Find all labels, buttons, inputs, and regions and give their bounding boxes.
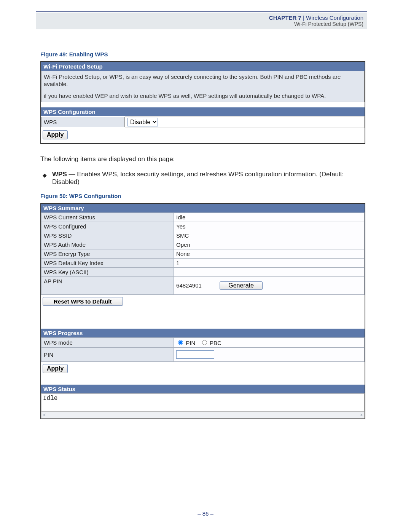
wps-label: WPS: [41, 117, 125, 127]
pin-label: PIN: [41, 348, 174, 362]
scroll-right-icon[interactable]: >: [360, 412, 363, 418]
summary-value: SMC: [174, 231, 365, 240]
figure50-caption: Figure 50: WPS Configuration: [40, 193, 365, 199]
summary-label: WPS Current Status: [41, 213, 174, 222]
wps-select[interactable]: Disable: [127, 118, 158, 126]
ap-pin-label: AP PIN: [41, 277, 174, 295]
apply-button-fig49[interactable]: Apply: [43, 130, 68, 139]
summary-value: Idle: [174, 213, 365, 222]
reset-wps-button[interactable]: Reset WPS to Default: [43, 297, 123, 306]
wps-setup-header: Wi-Fi Protected Setup: [41, 62, 365, 71]
summary-label: WPS Default Key Index: [41, 259, 174, 268]
wps-status-value: Idle: [41, 393, 365, 412]
summary-label: WPS Encryp Type: [41, 249, 174, 259]
scroll-bar[interactable]: < >: [41, 412, 365, 419]
bullet-term: WPS: [52, 171, 67, 178]
summary-value: [174, 268, 365, 277]
ap-pin-value: 64824901: [176, 282, 218, 289]
items-intro: The following items are displayed on thi…: [40, 155, 365, 163]
summary-value: Yes: [174, 222, 365, 231]
generate-button[interactable]: Generate: [220, 281, 263, 290]
wps-progress-header: WPS Progress: [41, 329, 365, 337]
chapter-subtitle: Wi-Fi Protected Setup (WPS): [40, 21, 363, 27]
table-row: WPS Key (ASCII): [41, 268, 365, 277]
mode-pin-label: PIN: [186, 340, 195, 346]
summary-label: WPS Auth Mode: [41, 240, 174, 249]
figure49-caption: Figure 49: Enabling WPS: [40, 51, 365, 58]
wps-mode-label: WPS mode: [41, 338, 174, 348]
header-divider: [36, 11, 367, 12]
summary-value: 1: [174, 259, 365, 268]
mode-pin-radio[interactable]: [178, 340, 183, 345]
header-sep: |: [303, 14, 306, 21]
table-row: WPS ConfiguredYes: [41, 222, 365, 231]
chapter-title: Wireless Configuration: [306, 14, 363, 21]
summary-value: Open: [174, 240, 365, 249]
page-number: – 86 –: [0, 510, 411, 517]
wps-summary-header: WPS Summary: [41, 204, 365, 212]
wps-status-header: WPS Status: [41, 385, 365, 393]
figure50: WPS Summary WPS Current StatusIdleWPS Co…: [40, 203, 365, 419]
table-row: WPS Default Key Index1: [41, 259, 365, 268]
figure49: Wi-Fi Protected Setup Wi-Fi Protected Se…: [40, 61, 365, 144]
summary-label: WPS Key (ASCII): [41, 268, 174, 277]
wps-summary-table: WPS Current StatusIdleWPS ConfiguredYesW…: [41, 212, 365, 295]
scroll-left-icon[interactable]: <: [43, 412, 46, 418]
summary-label: WPS Configured: [41, 222, 174, 231]
mode-pbc-label: PBC: [210, 340, 221, 346]
bullet-wps: ◆ WPS — Enables WPS, locks security sett…: [43, 171, 365, 186]
wps-description: Wi-Fi Protected Setup, or WPS, is an eas…: [41, 71, 365, 102]
page-header: CHAPTER 7 | Wireless Configuration Wi-Fi…: [36, 13, 367, 29]
mode-pbc-radio[interactable]: [202, 340, 207, 345]
table-row: WPS Encryp TypeNone: [41, 249, 365, 259]
summary-value: None: [174, 249, 365, 259]
bullet-diamond-icon: ◆: [43, 172, 47, 178]
table-row: WPS SSIDSMC: [41, 231, 365, 240]
wps-desc-p1: Wi-Fi Protected Setup, or WPS, is an eas…: [44, 73, 362, 88]
summary-label: WPS SSID: [41, 231, 174, 240]
table-row: WPS Current StatusIdle: [41, 213, 365, 222]
wps-config-header: WPS Configuration: [41, 107, 365, 116]
bullet-body: — Enables WPS, locks security settings, …: [52, 171, 344, 185]
pin-input[interactable]: [176, 350, 214, 359]
apply-button-fig50[interactable]: Apply: [43, 364, 68, 373]
wps-desc-p2: if you have enabled WEP and wish to enab…: [44, 93, 362, 100]
table-row: WPS Auth ModeOpen: [41, 240, 365, 249]
chapter-number: CHAPTER 7: [269, 14, 301, 21]
